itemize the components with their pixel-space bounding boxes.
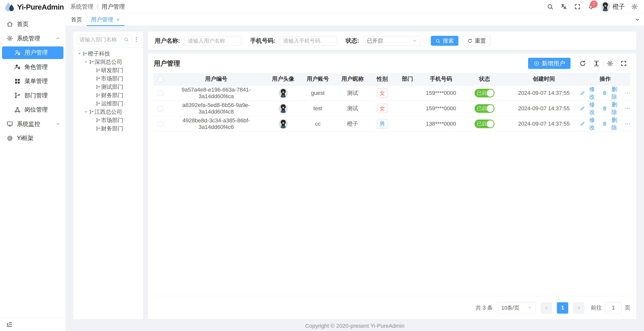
next-page-button[interactable]: [573, 302, 584, 314]
tab-bar: 首页用户管理: [66, 13, 644, 26]
delete-button[interactable]: 删除: [602, 116, 620, 131]
collapse-sidebar-icon[interactable]: [6, 321, 13, 328]
column-header: 用户账号: [301, 73, 335, 85]
search-submit-button[interactable]: 搜索: [431, 36, 458, 46]
tree-node[interactable]: 市场部门: [77, 116, 140, 124]
edit-button[interactable]: 修改: [580, 101, 597, 116]
row-checkbox[interactable]: [158, 121, 163, 127]
copyright-text: Copyright © 2020-present Yi-PureAdmin: [305, 323, 405, 329]
grid-icon: [14, 78, 21, 85]
tree-more-icon[interactable]: [133, 36, 140, 43]
notification-button[interactable]: 7: [585, 1, 597, 13]
delete-button[interactable]: 删除: [602, 101, 620, 116]
caret-down-icon[interactable]: [83, 59, 89, 65]
row-checkbox[interactable]: [158, 91, 163, 96]
tree-node[interactable]: 深圳总公司: [77, 58, 140, 66]
caret-down-icon[interactable]: [83, 109, 89, 115]
more-actions-button[interactable]: [625, 105, 630, 112]
tree-node[interactable]: 运维部门: [77, 99, 140, 108]
sidebar-item-9[interactable]: Yi框架: [0, 132, 65, 145]
status-select[interactable]: 已开启: [363, 36, 421, 46]
goto-page: 前往 1 页: [591, 302, 630, 314]
tree-node-label: 市场部门: [101, 117, 123, 124]
toggle-knob: [487, 90, 494, 97]
created-cell: 2024-09-07 14:37:55: [508, 101, 580, 116]
breadcrumb-item[interactable]: 系统管理: [70, 3, 93, 11]
translate-button[interactable]: [558, 1, 570, 13]
divider: [589, 61, 590, 66]
select-all-checkbox[interactable]: [158, 77, 163, 82]
tree-node[interactable]: 财务部门: [77, 124, 140, 133]
tree-node[interactable]: 市场部门: [77, 74, 140, 83]
name-input[interactable]: 请输入用户名称: [184, 36, 242, 46]
reset-button[interactable]: 重置: [463, 36, 490, 46]
sidebar-item-2[interactable]: 系统管理: [0, 32, 65, 45]
status-toggle[interactable]: 已启用: [475, 104, 494, 113]
caret-down-icon[interactable]: [77, 51, 82, 56]
branch-icon: [89, 60, 94, 64]
trash-icon: [602, 121, 607, 126]
tree-node[interactable]: 橙子科技: [77, 49, 140, 58]
phone-input[interactable]: 请输入手机号码: [279, 36, 337, 46]
sidebar-item-6[interactable]: 部门管理: [0, 89, 65, 102]
branch-icon: [96, 85, 101, 89]
tree-node[interactable]: 江西总公司: [77, 108, 140, 116]
table-fullscreen-icon[interactable]: [620, 60, 627, 67]
search-button[interactable]: [544, 1, 556, 13]
sidebar-item-8[interactable]: 系统监控: [0, 118, 65, 130]
branch-icon: [96, 118, 101, 123]
delete-button[interactable]: 删除: [602, 86, 620, 101]
table-header-row: 用户编号用户头像用户账号用户昵称性别部门手机号码状态创建时间操作: [154, 73, 630, 85]
sidebar-item-7[interactable]: 岗位管理: [0, 103, 65, 116]
fullscreen-button[interactable]: [571, 1, 583, 13]
edit-button[interactable]: 修改: [580, 86, 597, 101]
prev-page-button[interactable]: [541, 302, 552, 314]
tab-1[interactable]: 首页: [67, 13, 87, 26]
more-actions-button[interactable]: [625, 90, 630, 96]
add-user-button[interactable]: 新增用户: [528, 58, 571, 69]
refresh-table-icon[interactable]: [579, 60, 586, 67]
circle-plus-icon: [534, 61, 539, 66]
page-number-button[interactable]: 1: [557, 302, 568, 314]
logo-droplet-icon: [5, 2, 15, 13]
edit-icon: [580, 121, 585, 126]
row-checkbox[interactable]: [158, 106, 163, 111]
row-density-icon[interactable]: [593, 60, 600, 67]
translate-icon: [560, 3, 567, 10]
more-actions-button[interactable]: [625, 121, 630, 127]
department-cell: [394, 85, 421, 101]
gender-badge: 男: [377, 119, 388, 128]
sidebar-item-3[interactable]: 用户管理: [2, 46, 63, 59]
top-header: 系统管理 / 用户管理 7 橙子: [66, 0, 644, 13]
sidebar-item-4[interactable]: 角色管理: [0, 61, 65, 73]
table-tools: [576, 60, 630, 67]
goto-page-input[interactable]: 1: [605, 302, 622, 314]
tree-node[interactable]: 研发部门: [77, 66, 140, 74]
edit-button[interactable]: 修改: [580, 116, 597, 131]
settings-button[interactable]: [628, 1, 640, 13]
branch-icon: [96, 68, 101, 73]
status-toggle[interactable]: 已启用: [475, 89, 494, 97]
sidebar-bottom-bar: [0, 317, 65, 331]
tabs-menu-button[interactable]: [631, 13, 644, 26]
sidebar-item-label: 菜单管理: [24, 77, 48, 85]
column-header: 性别: [370, 73, 394, 85]
close-icon[interactable]: [116, 17, 120, 22]
sidebar-item-1[interactable]: 首页: [0, 18, 65, 31]
page-size-select[interactable]: 10条/页: [498, 302, 536, 314]
tab-2[interactable]: 用户管理: [87, 13, 125, 26]
phone-field-label: 手机号码:: [250, 37, 276, 45]
column-header: 操作: [580, 73, 630, 85]
tree-node[interactable]: 测试部门: [77, 83, 140, 91]
tree-node-label: 橙子科技: [88, 50, 110, 58]
branch-icon: [89, 109, 94, 114]
sidebar-item-5[interactable]: 菜单管理: [0, 75, 65, 88]
logo[interactable]: Yi-PureAdmin: [0, 0, 65, 14]
status-toggle[interactable]: 已启用: [475, 120, 494, 128]
user-menu[interactable]: 橙子: [599, 2, 627, 11]
department-search-input[interactable]: 请输入部门名称: [77, 35, 132, 44]
name-input-placeholder: 请输入用户名称: [188, 37, 225, 44]
user-id-cell: 9a57a4e8-e196-663a-7841-3a14dd60f4ca: [167, 85, 265, 101]
column-settings-icon[interactable]: [607, 60, 613, 67]
tree-node[interactable]: 财务部门: [77, 91, 140, 99]
